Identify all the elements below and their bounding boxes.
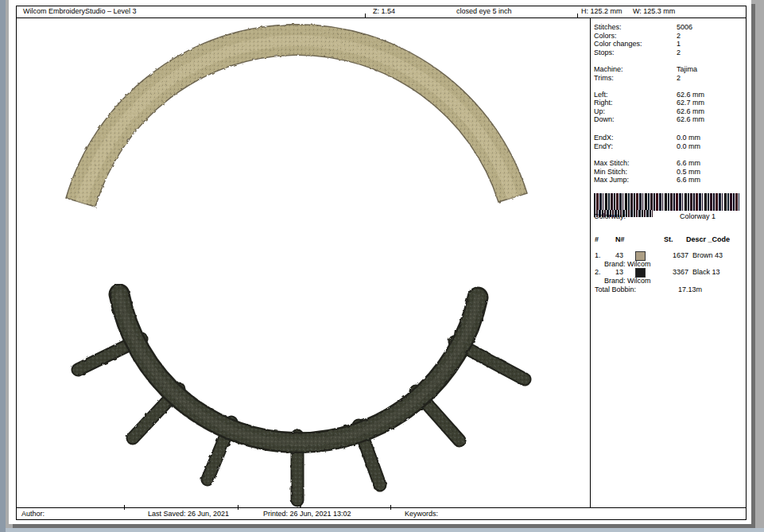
stat-label: Machine: [594,65,677,74]
stats-group-extents: Left:62.6 mm Right:62.7 mm Up:62.6 mm Do… [594,91,746,124]
col-n: N# [615,235,625,243]
stat-label: Max Jump: [594,176,677,184]
thread-needle: 13 [615,268,623,276]
thread-row: 1. 43 1637 Brown 43 [594,251,746,260]
window-edge-left [0,0,6,532]
thread-needle: 43 [615,251,623,259]
keywords-label: Keywords: [405,509,438,519]
zoom-level: Z: 1.54 [373,6,395,17]
stats-group-counts: Stitches:5006 Colors:2 Color changes:1 S… [594,23,746,56]
footer-divider-tick [124,505,125,510]
design-height: H: 125.2 mm [581,6,622,17]
app-title: Wilcom EmbroideryStudio – Level 3 [23,6,137,17]
stat-label: Stops: [594,49,677,57]
stat-label: Stitches: [594,23,677,32]
total-bobbin-label: Total Bobbin: [595,285,636,294]
eyebrow-arc-shape [66,25,527,207]
stat-value: 0.5 mm [677,168,700,177]
thread-stitches: 1637 [673,251,688,259]
footer-divider-tick [390,505,391,510]
stat-value: 0.0 mm [677,142,700,151]
stat-label: Color changes: [594,40,677,49]
printed-text: Printed: 26 Jun, 2021 13:02 [263,509,351,519]
stats-group-machine: Machine:Tajima Trims:2 [594,65,746,82]
colorway-row: Colorway: Colorway 1 [594,211,746,221]
stat-value: 2 [677,32,681,41]
design-name: closed eye 5 inch [456,6,512,17]
stat-label: EndY: [594,142,677,151]
stat-label: Trims: [594,74,677,83]
design-width: W: 125.3 mm [633,6,675,17]
stat-value: 62.7 mm [677,99,704,107]
header-divider-tick [577,14,578,17]
colorway-value: Colorway 1 [680,212,716,221]
stat-label: Max Stitch: [594,159,677,168]
stat-value: 6.6 mm [677,176,700,184]
author-label: Author: [21,509,45,519]
colorway-label: Colorway: [594,212,626,221]
embroidery-print-preview: { "header": { "app_title": "Wilcom Embro… [0,0,764,532]
stat-value: 2 [677,74,681,83]
thread-swatch [635,268,646,278]
stat-label: EndX: [594,134,677,142]
stat-label: Right: [594,99,677,107]
stats-group-endpoint: EndX:0.0 mm EndY:0.0 mm [594,134,746,150]
stat-label: Up: [594,107,677,116]
stat-value: 5006 [677,23,692,32]
stat-value: 1 [677,40,681,49]
thread-row: 2. 13 3367 Black 13 [594,268,746,277]
stat-label: Left: [594,91,677,99]
thread-brand: Brand: Wilcom [594,277,746,285]
worksheet-footer: Author: Last Saved: 26 Jun, 2021 Printed… [17,507,746,519]
worksheet-page: Wilcom EmbroideryStudio – Level 3 Z: 1.5… [9,0,751,524]
thread-table: # N# St. Descr _Code 1. 43 1637 Brown 43… [594,235,746,295]
thread-table-header: # N# St. Descr _Code [594,235,746,245]
stat-value: 62.6 mm [677,107,704,116]
footer-divider-tick [238,505,239,510]
worksheet-header: Wilcom EmbroideryStudio – Level 3 Z: 1.5… [17,6,746,18]
col-num: # [595,235,599,243]
stats-panel: Stitches:5006 Colors:2 Color changes:1 S… [590,18,746,508]
stat-value: Tajima [677,65,697,74]
thread-index: 2. [595,268,601,276]
col-st: St. [664,235,673,243]
thread-stitches: 3367 [673,268,688,276]
total-bobbin-row: Total Bobbin: 17.13m [594,285,746,294]
thread-descr: Brown 43 [692,251,723,259]
header-divider-tick [365,14,366,17]
stat-value: 2 [677,49,681,57]
col-descr: Descr _Code [686,235,730,243]
stat-label: Down: [594,115,677,124]
stat-value: 62.6 mm [677,115,704,124]
worksheet-border: Wilcom EmbroideryStudio – Level 3 Z: 1.5… [16,6,747,520]
stat-value: 6.6 mm [677,159,700,168]
stat-label: Min Stitch: [594,168,677,177]
design-barcode [594,193,739,211]
stat-label: Colors: [594,32,677,41]
thread-brand: Brand: Wilcom [594,260,746,269]
thread-index: 1. [595,251,601,259]
last-saved-text: Last Saved: 26 Jun, 2021 [148,509,229,519]
thread-descr: Black 13 [692,268,720,276]
eyelash-shape [78,294,525,500]
stat-value: 0.0 mm [677,134,700,142]
thread-swatch [635,251,646,261]
stats-group-stitch-limits: Max Stitch:6.6 mm Min Stitch:0.5 mm Max … [594,159,746,184]
window-edge-bottom [6,528,764,532]
design-canvas [17,18,583,510]
total-bobbin-value: 17.13m [678,285,702,294]
stat-value: 62.6 mm [677,91,704,99]
